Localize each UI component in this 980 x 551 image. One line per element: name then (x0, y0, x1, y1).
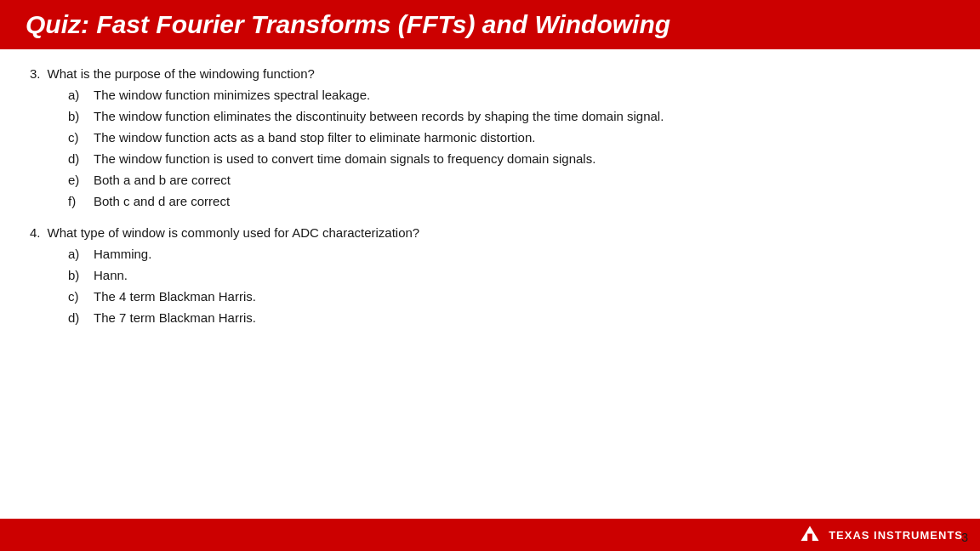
page-number: 3 (961, 531, 968, 544)
answer-text: Both c and d are correct (94, 192, 950, 210)
answer-text: Hamming. (94, 245, 950, 263)
slide-container: Quiz: Fast Fourier Transforms (FFTs) and… (0, 0, 980, 551)
answer-label: c) (68, 128, 87, 146)
question-3-number: 3. (30, 66, 41, 81)
question-3-block: 3. What is the purpose of the windowing … (30, 66, 950, 210)
question-4-header: 4. What type of window is commonly used … (30, 225, 950, 240)
answer-label: d) (68, 150, 87, 168)
answer-label: b) (68, 266, 87, 284)
list-item: a) Hamming. (68, 245, 950, 263)
footer-bar: Texas Instruments (0, 519, 980, 551)
answer-text: The 7 term Blackman Harris. (94, 309, 950, 327)
list-item: d) The window function is used to conver… (68, 150, 950, 168)
list-item: c) The window function acts as a band st… (68, 128, 950, 146)
answer-text: The window function acts as a band stop … (94, 128, 950, 146)
list-item: e) Both a and b are correct (68, 171, 950, 189)
answer-label: c) (68, 287, 87, 305)
list-item: a) The window function minimizes spectra… (68, 86, 950, 104)
ti-icon (798, 523, 822, 547)
list-item: b) Hann. (68, 266, 950, 284)
question-4-text: What type of window is commonly used for… (48, 225, 420, 240)
answer-label: d) (68, 309, 87, 327)
answer-text: The 4 term Blackman Harris. (94, 287, 950, 305)
list-item: d) The 7 term Blackman Harris. (68, 309, 950, 327)
answer-text: Both a and b are correct (94, 171, 950, 189)
answer-label: f) (68, 192, 87, 210)
answer-label: b) (68, 107, 87, 125)
svg-rect-2 (807, 534, 812, 541)
ti-logo: Texas Instruments (798, 523, 963, 547)
title-bar: Quiz: Fast Fourier Transforms (FFTs) and… (0, 0, 980, 49)
question-3-header: 3. What is the purpose of the windowing … (30, 66, 950, 81)
question-4-answers: a) Hamming. b) Hann. c) The 4 term Black… (68, 245, 950, 327)
question-3-text: What is the purpose of the windowing fun… (48, 66, 315, 81)
question-4-block: 4. What type of window is commonly used … (30, 225, 950, 327)
answer-text: The window function is used to convert t… (94, 150, 950, 168)
list-item: c) The 4 term Blackman Harris. (68, 287, 950, 305)
answer-label: a) (68, 245, 87, 263)
content-area: 3. What is the purpose of the windowing … (0, 49, 980, 519)
question-3-answers: a) The window function minimizes spectra… (68, 86, 950, 210)
list-item: f) Both c and d are correct (68, 192, 950, 210)
answer-text: The window function eliminates the disco… (94, 107, 950, 125)
answer-label: a) (68, 86, 87, 104)
answer-label: e) (68, 171, 87, 189)
company-name: Texas Instruments (829, 529, 963, 542)
answer-text: The window function minimizes spectral l… (94, 86, 950, 104)
question-4-number: 4. (30, 225, 41, 240)
list-item: b) The window function eliminates the di… (68, 107, 950, 125)
slide-title: Quiz: Fast Fourier Transforms (FFTs) and… (26, 10, 670, 38)
answer-text: Hann. (94, 266, 950, 284)
